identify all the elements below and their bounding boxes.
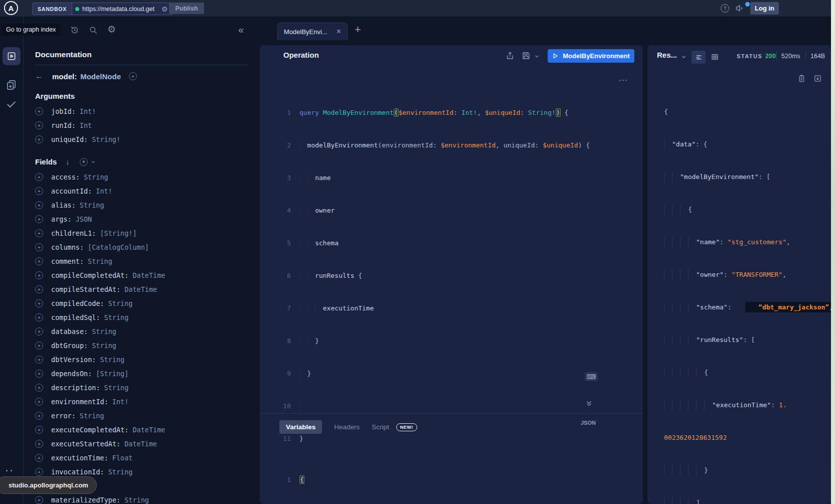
tab-variables[interactable]: Variables	[279, 420, 322, 434]
add-argument-icon[interactable]: +	[35, 121, 43, 129]
add-field-icon[interactable]: +	[35, 285, 43, 293]
field-name[interactable]: error:	[51, 412, 76, 420]
tab-close-icon[interactable]: ×	[337, 28, 341, 36]
field-type[interactable]: String	[80, 412, 104, 420]
field-type[interactable]: Int!	[96, 187, 112, 195]
field-name[interactable]: dependsOn:	[51, 370, 92, 378]
publish-button[interactable]: Publish	[169, 3, 204, 14]
argument-name[interactable]: uniqueId:	[51, 135, 88, 143]
share-icon[interactable]	[506, 51, 515, 60]
field-type[interactable]: String	[100, 356, 124, 364]
new-tab-icon[interactable]: +	[355, 23, 361, 36]
field-type[interactable]: String	[104, 313, 129, 321]
add-field-icon[interactable]: +	[35, 370, 43, 378]
add-all-fields-icon[interactable]: +	[80, 158, 88, 166]
argument-type[interactable]: Int!	[80, 107, 96, 115]
field-type[interactable]: DateTime	[132, 271, 165, 279]
field-name[interactable]: database:	[51, 327, 88, 335]
endpoint-url[interactable]: https://metadata.cloud.get	[82, 6, 158, 13]
help-icon[interactable]: ?	[721, 4, 729, 13]
add-field-icon[interactable]: +	[35, 356, 43, 364]
add-argument-icon[interactable]: +	[35, 135, 43, 143]
field-name[interactable]: dbtGroup:	[51, 342, 88, 350]
add-field-icon[interactable]: +	[35, 243, 43, 251]
field-name[interactable]: compileCompletedAt:	[51, 271, 128, 279]
field-type[interactable]: Float	[112, 454, 133, 462]
field-name[interactable]: args:	[51, 215, 72, 223]
field-type[interactable]: String	[108, 299, 133, 307]
add-field-icon[interactable]: +	[35, 257, 43, 265]
rail-more-icon[interactable]	[6, 464, 15, 473]
field-type[interactable]: String	[104, 384, 129, 392]
field-name[interactable]: childrenL1:	[51, 229, 96, 237]
keyboard-shortcuts-icon[interactable]: ⌨	[585, 372, 598, 381]
field-name[interactable]: comment:	[51, 257, 84, 265]
add-field-icon[interactable]: +	[35, 342, 43, 350]
add-field-icon[interactable]: +	[35, 201, 43, 209]
tab-headers[interactable]: Headers	[334, 423, 360, 431]
add-argument-icon[interactable]: +	[35, 107, 43, 115]
tab-script[interactable]: Script	[372, 423, 389, 431]
add-field-icon[interactable]: +	[35, 299, 43, 307]
add-field-icon[interactable]: +	[35, 173, 43, 181]
field-name[interactable]: dbtVersion:	[51, 356, 96, 364]
add-field-icon[interactable]: +	[35, 496, 43, 504]
add-field-icon[interactable]: +	[35, 440, 43, 448]
response-viewer[interactable]: { "data": { "modelByEnvironment": [ { "n…	[664, 77, 835, 504]
variables-editor[interactable]: 1{ 2"environmentId": 78, 3"uniqueId": "m…	[260, 445, 643, 504]
field-type[interactable]: [String!]	[100, 229, 136, 237]
add-field-icon[interactable]: +	[35, 384, 43, 392]
view-raw-icon[interactable]	[692, 51, 706, 64]
add-field-icon[interactable]: +	[35, 454, 43, 462]
add-field-icon[interactable]: +	[35, 215, 43, 223]
argument-type[interactable]: String!	[92, 135, 120, 143]
fields-options-chevron-icon[interactable]	[91, 159, 96, 164]
field-type[interactable]: Int!	[112, 398, 129, 406]
field-name[interactable]: columns:	[51, 243, 84, 251]
view-table-icon[interactable]	[711, 53, 719, 61]
field-type[interactable]: DateTime	[124, 285, 157, 293]
field-name[interactable]: access:	[51, 173, 80, 181]
field-type[interactable]: String	[92, 327, 116, 335]
add-field-icon[interactable]: +	[35, 187, 43, 195]
field-name[interactable]: alias:	[51, 201, 76, 209]
field-type[interactable]: DateTime	[132, 426, 165, 434]
add-field-icon[interactable]: +	[35, 271, 43, 279]
add-field-icon[interactable]: +	[35, 398, 43, 406]
field-name[interactable]: executeStartedAt:	[51, 440, 120, 448]
field-type[interactable]: String	[124, 496, 149, 504]
field-name[interactable]: accountId:	[51, 187, 92, 195]
add-field-icon[interactable]: +	[35, 313, 43, 321]
argument-name[interactable]: runId:	[51, 121, 76, 129]
rail-checks-icon[interactable]	[6, 98, 17, 110]
collapse-variables-icon[interactable]	[585, 400, 593, 407]
endpoint-settings-icon[interactable]: ⚙	[161, 6, 168, 13]
add-field-icon[interactable]: +	[35, 327, 43, 335]
field-name[interactable]: executeCompletedAt:	[51, 426, 128, 434]
save-options-chevron-icon[interactable]	[534, 54, 540, 59]
field-type[interactable]: [String]	[96, 370, 128, 378]
add-type-icon[interactable]: +	[129, 72, 137, 80]
add-field-icon[interactable]: +	[35, 468, 43, 476]
rail-schema-icon[interactable]	[6, 79, 17, 91]
search-icon[interactable]	[89, 26, 98, 35]
rail-explorer-icon[interactable]	[3, 47, 21, 65]
login-button[interactable]: Log in	[750, 2, 779, 15]
argument-type[interactable]: Int	[80, 121, 92, 129]
announcements-icon[interactable]	[735, 4, 745, 13]
field-type[interactable]: String	[80, 201, 104, 209]
argument-name[interactable]: jobId:	[51, 107, 76, 115]
field-type[interactable]: String	[84, 173, 108, 181]
field-type[interactable]: String	[88, 257, 112, 265]
field-type[interactable]: DateTime	[124, 440, 157, 448]
field-name[interactable]: environmentId:	[51, 398, 108, 406]
field-name[interactable]: compiledSql:	[51, 313, 100, 321]
response-dropdown-chevron-icon[interactable]	[681, 54, 687, 60]
collapse-sidebar-icon[interactable]: «	[238, 24, 244, 36]
add-field-icon[interactable]: +	[35, 426, 43, 434]
field-name[interactable]: description:	[51, 384, 100, 392]
field-type[interactable]: String	[108, 468, 133, 476]
tab-model-by-environment[interactable]: ModelByEnvi... ×	[277, 23, 348, 40]
sandbox-badge[interactable]: SANDBOX	[33, 3, 72, 15]
history-icon[interactable]	[70, 26, 79, 35]
